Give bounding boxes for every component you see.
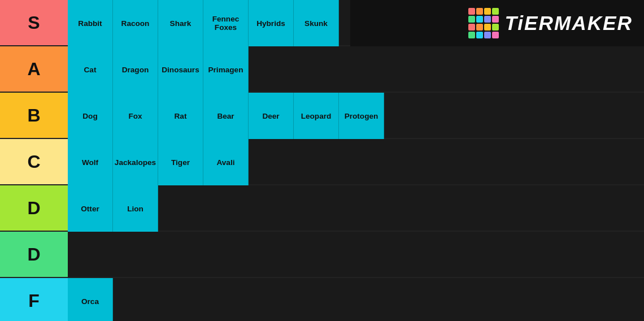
- logo-cell: [484, 8, 491, 15]
- tier-label-d1: D: [0, 185, 68, 231]
- logo-text: TiERMAKER: [504, 12, 633, 34]
- header-logo: TiERMAKER: [350, 0, 644, 46]
- tier-label-b: B: [0, 93, 68, 138]
- tier-item[interactable]: Fennec Foxes: [203, 0, 249, 46]
- tier-empty-space: [384, 93, 644, 138]
- tier-row-a: ACatDragonDinosaursPrimagen: [0, 46, 644, 93]
- tier-item[interactable]: Lion: [113, 185, 158, 232]
- tier-item[interactable]: Leopard: [294, 93, 339, 139]
- tier-item[interactable]: Bear: [203, 93, 249, 139]
- tier-row-c: CWolfJackalopesTigerAvali: [0, 139, 644, 185]
- tier-item[interactable]: Dinosaurs: [158, 46, 203, 93]
- logo-cell: [476, 8, 483, 15]
- tier-item[interactable]: Skunk: [294, 0, 339, 46]
- tier-item[interactable]: Primagen: [203, 46, 249, 93]
- tier-item[interactable]: Shark: [158, 0, 203, 46]
- logo-cell: [476, 24, 483, 31]
- logo-cell: [468, 32, 475, 38]
- tier-item[interactable]: Rat: [158, 93, 203, 139]
- tier-label-c: C: [0, 139, 68, 184]
- tier-label-s: S: [0, 0, 68, 45]
- tier-item[interactable]: Tiger: [158, 139, 203, 185]
- tier-empty-space: [113, 278, 644, 321]
- tier-items-b: DogFoxRatBearDeerLeopardProtogen: [68, 93, 644, 138]
- tier-item[interactable]: Dragon: [113, 46, 158, 93]
- tier-item[interactable]: Otter: [68, 185, 113, 232]
- logo-cell: [484, 24, 491, 31]
- logo-cell: [492, 24, 499, 31]
- logo-cell: [484, 16, 491, 23]
- tier-items-a: CatDragonDinosaursPrimagen: [68, 46, 644, 92]
- tier-items-c: WolfJackalopesTigerAvali: [68, 139, 644, 184]
- tier-item[interactable]: Protogen: [339, 93, 384, 139]
- logo-cell: [476, 16, 483, 23]
- tier-item[interactable]: Fox: [113, 93, 158, 139]
- tier-label-f: F: [0, 278, 68, 321]
- tier-items-f: Orca: [68, 278, 644, 321]
- logo-cell: [468, 8, 475, 15]
- tier-item[interactable]: Orca: [68, 278, 113, 321]
- logo-cell: [468, 24, 475, 31]
- tier-item[interactable]: Deer: [249, 93, 294, 139]
- tier-item[interactable]: Jackalopes: [113, 139, 158, 185]
- tier-item[interactable]: Rabbit: [68, 0, 113, 46]
- logo-cell: [492, 8, 499, 15]
- tier-item[interactable]: Wolf: [68, 139, 113, 185]
- logo-cell: [476, 32, 483, 38]
- tier-items-d1: OtterLion: [68, 185, 644, 231]
- tier-empty-space: [249, 46, 644, 92]
- tier-row-d1: DOtterLion: [0, 185, 644, 232]
- tier-empty-space: [158, 185, 644, 231]
- tier-items-d2: [68, 232, 644, 277]
- logo-cell: [492, 32, 499, 38]
- logo-cell: [484, 32, 491, 38]
- tier-row-d2: D: [0, 232, 644, 278]
- tier-item[interactable]: Hybrids: [249, 0, 294, 46]
- tier-row-f: FOrca: [0, 278, 644, 321]
- tier-item[interactable]: Avali: [203, 139, 249, 185]
- tier-label-d2: D: [0, 232, 68, 277]
- tier-row-b: BDogFoxRatBearDeerLeopardProtogen: [0, 93, 644, 139]
- logo-grid: [468, 8, 499, 38]
- tier-item[interactable]: Cat: [68, 46, 113, 93]
- logo-cell: [468, 16, 475, 23]
- tier-item[interactable]: Racoon: [113, 0, 158, 46]
- logo-cell: [492, 16, 499, 23]
- tier-label-a: A: [0, 46, 68, 92]
- tier-empty-space: [249, 139, 644, 184]
- tier-item[interactable]: Dog: [68, 93, 113, 139]
- tier-empty-space: [68, 232, 644, 277]
